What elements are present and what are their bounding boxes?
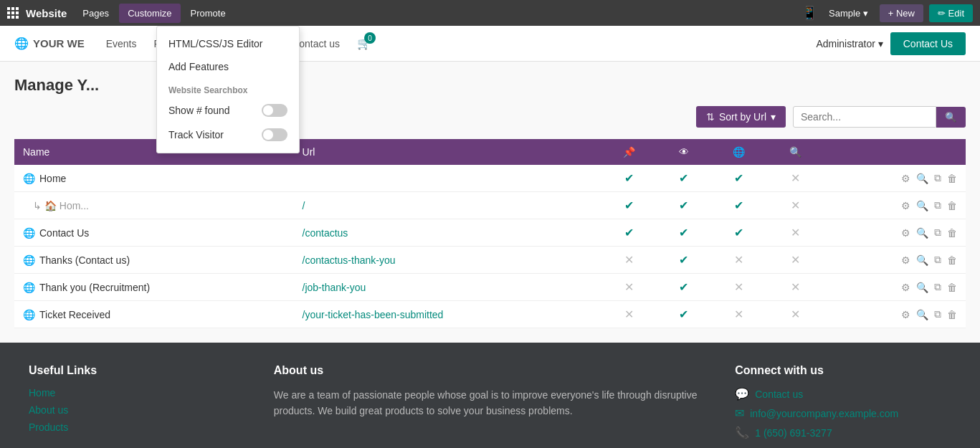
cell-pin[interactable]: ✔	[600, 192, 657, 219]
dropdown-add-features[interactable]: Add Features	[157, 55, 299, 78]
pin-check-icon: ✔	[624, 172, 634, 184]
grid-icon[interactable]	[7, 7, 17, 19]
settings-icon[interactable]: ⚙	[901, 227, 910, 239]
footer-phone[interactable]: 📞 1 (650) 691-3277	[735, 426, 951, 439]
new-button[interactable]: + New	[880, 4, 923, 22]
nav-pages[interactable]: Pages	[74, 4, 118, 23]
globe-x-icon: ✕	[734, 281, 743, 293]
cell-actions: ⚙ 🔍 ⧉ 🗑	[824, 165, 966, 192]
delete-icon[interactable]: 🗑	[947, 282, 957, 293]
cell-name: 🌐Contact Us	[14, 219, 294, 247]
cell-eye[interactable]: ✔	[657, 247, 710, 274]
nav-customize[interactable]: Customize	[119, 4, 180, 23]
footer-contact-us[interactable]: 💬 Contact us	[735, 387, 951, 401]
globe-x-icon: ✕	[734, 254, 743, 266]
footer-link-about[interactable]: About us	[29, 404, 245, 416]
cell-url[interactable]: /job-thank-you	[294, 274, 601, 301]
show-found-toggle[interactable]	[262, 104, 287, 117]
nav-promote[interactable]: Promote	[182, 4, 234, 23]
cell-search[interactable]: ✕	[767, 247, 824, 274]
edit-button[interactable]: ✏ Edit	[929, 4, 973, 22]
cell-search[interactable]: ✕	[767, 274, 824, 301]
cell-url[interactable]: /contactus-thank-you	[294, 247, 601, 274]
search-input[interactable]	[793, 106, 936, 128]
connect-title: Connect with us	[735, 364, 951, 377]
cell-globe[interactable]: ✔	[710, 219, 766, 247]
footer-link-products[interactable]: Products	[29, 421, 245, 433]
admin-bar-right: 📱 Sample ▾ + New ✏ Edit	[801, 4, 973, 22]
cell-pin[interactable]: ✕	[600, 274, 657, 301]
cart-icon[interactable]: 🛒 0	[357, 37, 371, 50]
cell-url[interactable]: /your-ticket-has-been-submitted	[294, 301, 601, 328]
table-body: 🌐Home✔✔✔✕ ⚙ 🔍 ⧉ 🗑 ↳ 🏠 Hom.../✔✔✔✕ ⚙ 🔍 ⧉ …	[14, 165, 966, 328]
cell-url[interactable]: /contactus	[294, 219, 601, 247]
delete-icon[interactable]: 🗑	[947, 173, 957, 184]
copy-icon[interactable]: ⧉	[934, 281, 941, 293]
table-row: 🌐Home✔✔✔✕ ⚙ 🔍 ⧉ 🗑	[14, 165, 966, 192]
track-visitor-toggle[interactable]	[262, 128, 287, 141]
cell-search[interactable]: ✕	[767, 165, 824, 192]
delete-icon[interactable]: 🗑	[947, 227, 957, 239]
cell-pin[interactable]: ✔	[600, 219, 657, 247]
cell-globe[interactable]: ✕	[710, 301, 766, 328]
settings-icon[interactable]: ⚙	[901, 200, 910, 211]
admin-dropdown[interactable]: Administrator ▾	[816, 38, 883, 49]
cell-eye[interactable]: ✔	[657, 274, 710, 301]
show-found-label: Show # found	[168, 105, 230, 116]
sample-button[interactable]: Sample ▾	[823, 5, 874, 22]
cell-eye[interactable]: ✔	[657, 165, 710, 192]
device-icon[interactable]: 📱	[801, 5, 817, 21]
table-row: 🌐Thank you (Recruitment)/job-thank-you✕✔…	[14, 274, 966, 301]
sort-button[interactable]: ⇅ Sort by Url ▾	[696, 106, 786, 128]
preview-icon[interactable]: 🔍	[916, 254, 928, 266]
pin-check-icon: ✔	[624, 227, 634, 239]
cell-pin[interactable]: ✕	[600, 247, 657, 274]
settings-icon[interactable]: ⚙	[901, 309, 910, 320]
cell-search[interactable]: ✕	[767, 301, 824, 328]
copy-icon[interactable]: ⧉	[934, 227, 941, 239]
cell-pin[interactable]: ✔	[600, 165, 657, 192]
delete-icon[interactable]: 🗑	[947, 254, 957, 266]
cell-name: 🌐Ticket Received	[14, 301, 294, 328]
table-row: 🌐Ticket Received/your-ticket-has-been-su…	[14, 301, 966, 328]
settings-icon[interactable]: ⚙	[901, 282, 910, 293]
dropdown-html-css[interactable]: HTML/CSS/JS Editor	[157, 32, 299, 55]
search-x-icon: ✕	[791, 172, 800, 184]
copy-icon[interactable]: ⧉	[934, 199, 941, 211]
search-button[interactable]: 🔍	[936, 107, 966, 128]
nav-events[interactable]: Events	[99, 35, 144, 52]
website-logo: 🌐 YOUR WE	[14, 37, 85, 50]
cell-actions: ⚙ 🔍 ⧉ 🗑	[824, 247, 966, 274]
cell-url[interactable]	[294, 165, 601, 192]
delete-icon[interactable]: 🗑	[947, 200, 957, 211]
contact-us-button[interactable]: Contact Us	[890, 32, 966, 55]
cell-globe[interactable]: ✕	[710, 247, 766, 274]
copy-icon[interactable]: ⧉	[934, 308, 941, 320]
cell-eye[interactable]: ✔	[657, 192, 710, 219]
search-x-icon: ✕	[791, 199, 800, 211]
footer-email[interactable]: ✉ info@yourcompany.example.com	[735, 406, 951, 420]
cell-globe[interactable]: ✕	[710, 274, 766, 301]
preview-icon[interactable]: 🔍	[916, 200, 928, 211]
copy-icon[interactable]: ⧉	[934, 254, 941, 266]
settings-icon[interactable]: ⚙	[901, 173, 910, 184]
preview-icon[interactable]: 🔍	[916, 309, 928, 320]
cell-globe[interactable]: ✔	[710, 192, 766, 219]
cell-eye[interactable]: ✔	[657, 219, 710, 247]
preview-icon[interactable]: 🔍	[916, 173, 928, 184]
cell-search[interactable]: ✕	[767, 192, 824, 219]
app-name: Website	[26, 7, 67, 19]
cell-search[interactable]: ✕	[767, 219, 824, 247]
preview-icon[interactable]: 🔍	[916, 227, 928, 239]
settings-icon[interactable]: ⚙	[901, 254, 910, 266]
cell-pin[interactable]: ✕	[600, 301, 657, 328]
cell-url[interactable]: /	[294, 192, 601, 219]
cell-eye[interactable]: ✔	[657, 301, 710, 328]
copy-icon[interactable]: ⧉	[934, 172, 941, 184]
delete-icon[interactable]: 🗑	[947, 309, 957, 320]
footer-link-home[interactable]: Home	[29, 387, 245, 399]
cell-globe[interactable]: ✔	[710, 165, 766, 192]
eye-check-icon: ✔	[679, 227, 688, 239]
preview-icon[interactable]: 🔍	[916, 282, 928, 293]
globe-check-icon: ✔	[734, 199, 743, 211]
